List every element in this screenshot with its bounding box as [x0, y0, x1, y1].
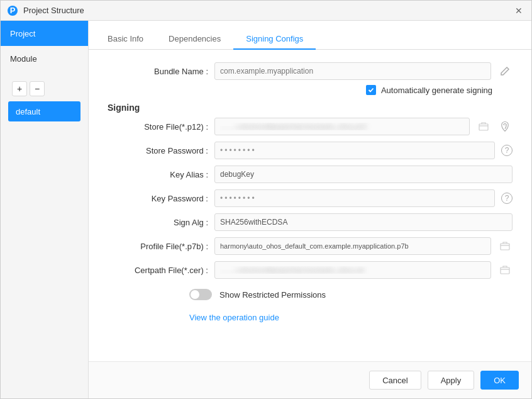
sidebar: Project Module + − default [1, 21, 89, 398]
sign-alg-label: Sign Alg : [108, 218, 208, 227]
profile-file-browse-icon[interactable] [497, 239, 513, 254]
restricted-permissions-toggle[interactable] [189, 289, 212, 300]
certpath-file-label: Certpath File(*.cer) : [108, 266, 208, 275]
close-button[interactable]: ✕ [513, 4, 525, 17]
ok-button[interactable]: OK [480, 371, 519, 390]
store-password-label: Store Password : [108, 146, 208, 155]
key-alias-input[interactable] [214, 166, 513, 183]
app-icon: P [7, 5, 18, 16]
cancel-button[interactable]: Cancel [369, 371, 421, 390]
svg-rect-4 [501, 267, 509, 274]
certpath-file-row: Certpath File(*.cer) : [108, 261, 513, 279]
content-area: Project Module + − default Basic Info [1, 21, 531, 398]
store-file-input[interactable] [214, 118, 470, 135]
auto-sign-row: Automatically generate signing [108, 85, 513, 95]
profile-file-row: Profile File(*.p7b) : [108, 237, 513, 255]
key-password-help-icon[interactable]: ? [501, 193, 513, 204]
key-password-label: Key Password : [108, 194, 208, 203]
key-password-row: Key Password : ? [108, 189, 513, 207]
footer: Cancel Apply OK [89, 361, 531, 398]
store-password-input[interactable] [214, 142, 495, 159]
sidebar-item-project[interactable]: Project [1, 21, 88, 46]
bundle-name-row: Bundle Name : [108, 62, 513, 80]
svg-rect-2 [479, 124, 488, 130]
store-password-help-icon[interactable]: ? [501, 145, 513, 156]
signing-title: Signing [108, 103, 513, 113]
titlebar: P Project Structure ✕ [1, 1, 531, 21]
svg-text:P: P [10, 6, 16, 15]
view-guide-link[interactable]: View the operation guide [189, 313, 279, 322]
store-file-row: Store File(*.p12) : [108, 118, 513, 135]
remove-config-button[interactable]: − [30, 81, 45, 96]
sign-alg-row: Sign Alg : [108, 213, 513, 231]
bundle-name-input[interactable] [214, 62, 491, 80]
sidebar-tools: + − [6, 76, 83, 101]
auto-sign-label: Automatically generate signing [381, 86, 492, 95]
signing-configs-panel: Bundle Name : Automatically generate sig… [89, 50, 531, 361]
certpath-file-browse-icon[interactable] [497, 262, 513, 278]
window-title: Project Structure [23, 6, 513, 15]
main-panel: Basic Info Dependencies Signing Configs … [89, 21, 531, 398]
key-password-input[interactable] [214, 189, 495, 207]
sidebar-item-module[interactable]: Module [1, 46, 88, 71]
default-config-item[interactable]: default [8, 101, 80, 121]
toggle-knob [191, 290, 199, 299]
sign-alg-input[interactable] [214, 213, 513, 231]
guide-link-container: View the operation guide [108, 308, 513, 322]
fingerprint-icon [497, 119, 513, 134]
profile-file-label: Profile File(*.p7b) : [108, 242, 208, 251]
apply-button[interactable]: Apply [428, 371, 475, 390]
tab-basic-info[interactable]: Basic Info [95, 29, 156, 50]
edit-bundle-icon[interactable] [497, 64, 513, 79]
key-alias-row: Key Alias : [108, 166, 513, 183]
tab-bar: Basic Info Dependencies Signing Configs [89, 21, 531, 50]
profile-file-input[interactable] [214, 237, 491, 255]
store-file-label: Store File(*.p12) : [108, 122, 208, 132]
restricted-permissions-row: Show Restricted Permissions [108, 289, 513, 300]
store-file-browse-icon[interactable] [476, 119, 491, 134]
store-password-row: Store Password : ? [108, 142, 513, 159]
bundle-name-label: Bundle Name : [108, 67, 208, 76]
svg-rect-3 [501, 244, 509, 250]
auto-sign-checkbox[interactable] [366, 85, 376, 95]
key-alias-label: Key Alias : [108, 170, 208, 179]
project-structure-dialog: P Project Structure ✕ Project Module + −… [0, 0, 532, 399]
certpath-file-input[interactable] [214, 261, 491, 279]
signing-section: Signing Store File(*.p12) : [108, 103, 513, 279]
tab-signing-configs[interactable]: Signing Configs [233, 29, 316, 50]
tab-dependencies[interactable]: Dependencies [156, 29, 233, 50]
add-config-button[interactable]: + [12, 81, 27, 96]
restricted-permissions-label: Show Restricted Permissions [219, 290, 326, 300]
